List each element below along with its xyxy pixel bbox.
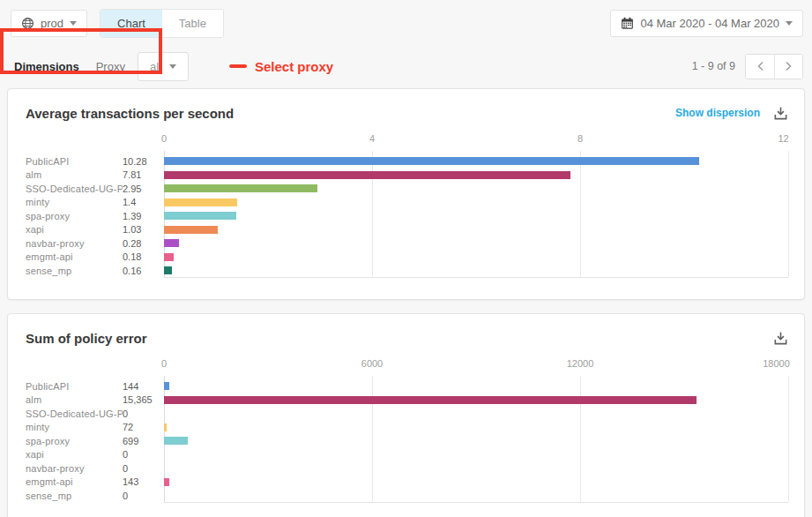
chart-card-header: Average transactions per second Show dis… [8, 89, 804, 123]
chart-row: xapi0 [26, 448, 788, 462]
row-label: SSO-Dedicated-UG-Pr... [26, 408, 123, 419]
chevron-down-icon [786, 21, 793, 26]
chart-rows: PublicAPI10.28alm7.81SSO-Dedicated-UG-Pr… [26, 154, 788, 278]
row-value: 1.4 [123, 197, 164, 207]
environment-label: prod [41, 17, 63, 30]
bar-track [164, 226, 788, 234]
bar-track [164, 239, 788, 247]
bar[interactable] [164, 253, 174, 261]
row-value: 144 [123, 381, 164, 392]
axis-tick-label: 18000 [763, 358, 790, 369]
row-label: minty [26, 422, 123, 432]
pager-buttons [745, 54, 803, 79]
bar[interactable] [164, 396, 697, 404]
row-value: 0 [123, 408, 164, 419]
row-label: xapi [26, 224, 123, 235]
bar-track [164, 409, 788, 417]
next-page-button[interactable] [774, 55, 802, 79]
chart-rows: PublicAPI144alm15,365SSO-Dedicated-UG-Pr… [26, 379, 788, 503]
bar-track [164, 184, 788, 192]
chart-row: navbar-proxy0.28 [26, 236, 788, 251]
bar[interactable] [164, 382, 169, 390]
row-value: 0 [123, 491, 164, 501]
row-value: 1.03 [123, 224, 164, 235]
bar-track [164, 437, 788, 445]
row-value: 0.28 [123, 238, 164, 249]
chart-row: xapi1.03 [26, 223, 788, 237]
x-axis: 04812 [164, 128, 788, 144]
chart-row: minty1.4 [26, 196, 788, 210]
bar-track [164, 157, 788, 165]
toolbar: prod Chart Table [0, 0, 812, 85]
row-value: 1.39 [123, 211, 164, 221]
chart-row: sense_mp0.16 [26, 264, 788, 278]
tab-chart[interactable]: Chart [101, 10, 162, 37]
chart-title: Average transactions per second [26, 106, 234, 121]
row-label: xapi [26, 449, 123, 460]
bar[interactable] [164, 478, 169, 486]
axis-tick-label: 6000 [361, 358, 383, 369]
toolbar-row-primary: prod Chart Table [11, 9, 803, 38]
bar-track [164, 212, 788, 220]
bar-track [164, 396, 788, 404]
chevron-left-icon [756, 61, 764, 71]
date-range-picker[interactable]: 04 Mar 2020 - 04 Mar 2020 [610, 10, 803, 37]
chart-row: alm7.81 [26, 169, 788, 183]
axis-tick-label: 12000 [567, 358, 594, 369]
download-button[interactable] [773, 106, 788, 121]
bar[interactable] [164, 199, 237, 206]
chart-row: sense_mp0 [26, 489, 788, 503]
bar[interactable] [164, 171, 570, 179]
environment-selector[interactable]: prod [11, 10, 87, 37]
bar-track [164, 478, 788, 486]
toolbar-row-dimensions: Dimensions Proxy all Select proxy 1 - 9 … [11, 48, 803, 85]
bar[interactable] [164, 212, 236, 220]
row-label: spa-proxy [26, 211, 123, 221]
bar[interactable] [164, 239, 179, 247]
row-value: 7.81 [123, 169, 164, 180]
bar-track [164, 464, 788, 472]
bar[interactable] [164, 437, 188, 445]
annotation-text: Select proxy [255, 59, 333, 74]
row-value: 0.16 [123, 266, 164, 276]
proxy-select[interactable]: all [138, 52, 189, 81]
bar[interactable] [164, 184, 317, 192]
tab-table[interactable]: Table [162, 10, 223, 37]
axis-tick-label: 0 [161, 358, 167, 369]
bar[interactable] [164, 157, 699, 165]
row-label: navbar-proxy [26, 463, 123, 474]
row-label: emgmt-api [26, 476, 123, 487]
download-icon [773, 331, 788, 346]
row-value: 15,365 [123, 394, 164, 405]
row-label: navbar-proxy [26, 238, 123, 249]
previous-page-button[interactable] [746, 55, 774, 79]
row-value: 10.28 [123, 156, 164, 167]
show-dispersion-link[interactable]: Show dispersion [675, 107, 760, 119]
chart-row: minty72 [26, 421, 788, 435]
row-label: PublicAPI [26, 156, 123, 167]
axis-tick-label: 4 [369, 133, 375, 144]
chart-card-policy-error: Sum of policy error 060001200018000 Publ… [7, 313, 805, 517]
axis-tick-label: 8 [577, 133, 583, 144]
date-range-label: 04 Mar 2020 - 04 Mar 2020 [640, 17, 779, 30]
bar[interactable] [164, 266, 172, 274]
dimension-proxy-label: Proxy [96, 60, 125, 73]
proxy-select-value: all [150, 60, 161, 73]
download-icon [773, 106, 788, 121]
axis-tick-label: 0 [161, 133, 167, 144]
calendar-icon [621, 17, 634, 30]
download-button[interactable] [773, 331, 788, 346]
row-value: 0 [123, 449, 164, 460]
row-value: 699 [123, 436, 164, 446]
row-label: sense_mp [26, 491, 123, 501]
bar[interactable] [164, 423, 167, 431]
annotation-select-proxy: Select proxy [229, 59, 333, 74]
chart-card-header: Sum of policy error [8, 314, 804, 348]
bar-track [164, 266, 788, 274]
chart-plot-area: 060001200018000 PublicAPI144alm15,365SSO… [8, 353, 804, 503]
row-label: spa-proxy [26, 436, 123, 446]
chart-actions: Show dispersion [675, 106, 788, 121]
annotation-dash [229, 64, 247, 68]
bar[interactable] [164, 226, 218, 234]
chevron-right-icon [785, 61, 793, 71]
